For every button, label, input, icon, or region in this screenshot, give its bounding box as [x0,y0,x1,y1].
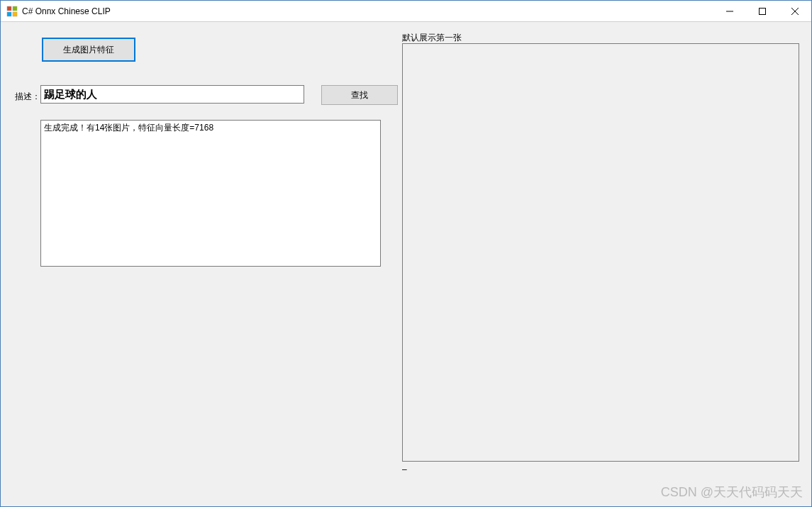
svg-rect-3 [13,12,17,16]
svg-rect-0 [7,6,11,11]
titlebar-left: C# Onnx Chinese CLIP [6,6,111,17]
window-title: C# Onnx Chinese CLIP [22,6,111,16]
svg-rect-1 [13,6,17,11]
app-icon [6,6,18,17]
minimize-button[interactable] [713,1,746,21]
preview-label: 默认展示第一张 [402,32,462,44]
search-button[interactable]: 查找 [321,85,398,105]
window-controls [713,1,811,21]
client-area: 生成图片特征 描述： 查找 生成完成！有14张图片，特征向量长度=7168 默认… [1,22,811,506]
titlebar: C# Onnx Chinese CLIP [1,1,811,22]
dash-label: – [402,464,407,474]
generate-features-button[interactable]: 生成图片特征 [42,38,135,62]
description-input[interactable] [40,85,304,104]
close-button[interactable] [779,1,811,21]
svg-rect-2 [7,12,11,16]
image-preview [402,43,799,462]
description-label: 描述： [15,91,40,103]
log-output[interactable]: 生成完成！有14张图片，特征向量长度=7168 [40,120,381,267]
app-window: C# Onnx Chinese CLIP 生成图片特征 描述： 查找 生成完成！… [0,0,812,507]
maximize-button[interactable] [746,1,779,21]
watermark-text: CSDN @天天代码码天天 [661,484,803,501]
svg-rect-5 [760,8,766,14]
